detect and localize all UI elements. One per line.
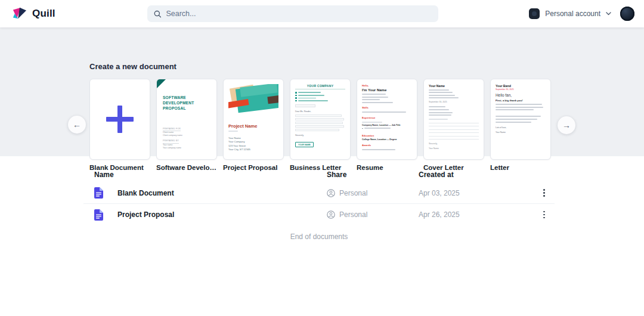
bl-date-placeholder xyxy=(295,104,315,107)
personal-share-icon xyxy=(327,210,335,219)
document-row[interactable]: Blank Document Personal Apr 03, 2025 xyxy=(83,182,555,204)
document-row[interactable]: Project Proposal Personal Apr 26, 2025 xyxy=(83,204,555,225)
created-value: Apr 26, 2025 xyxy=(419,210,537,219)
template-software-development-proposal: SOFTWARE DEVELOPMENT PROPOSAL PREPARED F… xyxy=(156,79,217,171)
template-blank-document: Blank Document xyxy=(89,79,150,171)
lt-date: September 30, 2025 xyxy=(496,88,546,91)
template-cover-letter: Your Name September 30, 2025 Sincerely, … xyxy=(423,79,484,171)
row-menu-button[interactable] xyxy=(540,209,549,221)
document-name: Blank Document xyxy=(117,189,174,197)
templates-title: Create a new document xyxy=(89,62,177,71)
document-icon xyxy=(94,187,103,199)
lt-band: Your Band xyxy=(496,84,546,88)
rs-company-line: Company Name, Location — Job Title xyxy=(362,124,412,126)
row-menu-button[interactable] xyxy=(540,187,549,199)
share-value: Personal xyxy=(339,210,367,219)
search-icon xyxy=(154,10,161,18)
lt-greeting: Hello fan, xyxy=(496,93,546,97)
cl-name: Your Name xyxy=(429,84,479,88)
end-of-documents-text: End of documents xyxy=(83,233,555,241)
brand[interactable]: Quill xyxy=(12,0,55,27)
sdp-prepared-for: PREPARED FOR xyxy=(163,128,181,132)
account-label: Personal account xyxy=(545,10,600,18)
share-value: Personal xyxy=(339,189,367,197)
cl-date: September 30, 2025 xyxy=(429,101,479,104)
column-name: Name xyxy=(94,171,327,179)
pp-date-placeholder xyxy=(228,131,238,132)
template-business-letter: YOUR COMPANY Dear Ms. Reader, Sincerely,… xyxy=(290,79,351,171)
template-label: Business Letter xyxy=(290,164,351,171)
sdp-your-company: Your company name xyxy=(163,147,216,150)
avatar[interactable] xyxy=(620,7,634,21)
template-card-resume[interactable]: Hello, I'm Your Name Skills Experience C… xyxy=(357,79,417,160)
template-card-business-letter[interactable]: YOUR COMPANY Dear Ms. Reader, Sincerely,… xyxy=(290,79,351,160)
pp-city: Your City, ST 12345 xyxy=(228,148,278,151)
collage-artwork xyxy=(228,84,278,115)
sdp-prepared-by: PREPARED BY xyxy=(163,140,179,144)
search-bar[interactable] xyxy=(147,5,438,22)
created-value: Apr 03, 2025 xyxy=(419,189,537,197)
template-label: Project Proposal xyxy=(223,164,284,171)
column-share: Share xyxy=(327,171,419,179)
template-card-blank[interactable] xyxy=(89,79,150,160)
pp-title: Project Name xyxy=(228,123,278,129)
template-card-sdp[interactable]: SOFTWARE DEVELOPMENT PROPOSAL PREPARED F… xyxy=(156,79,217,160)
document-name: Project Proposal xyxy=(117,210,174,219)
plus-icon xyxy=(106,106,134,133)
rs-experience: Experience xyxy=(362,116,412,120)
lt-signature: Your Name xyxy=(496,131,546,134)
brand-name: Quill xyxy=(32,8,55,20)
template-label: Resume xyxy=(357,164,417,171)
sdp-title: SOFTWARE DEVELOPMENT PROPOSAL xyxy=(163,95,200,111)
template-carousel: Blank Document SOFTWARE DEVELOPMENT PROP… xyxy=(89,79,551,171)
cl-closing: Sincerely, xyxy=(429,142,479,145)
carousel-next-button[interactable]: → xyxy=(558,116,575,134)
template-project-proposal: Project Name Your Name Your Company 123 … xyxy=(223,79,284,171)
template-label: Blank Document xyxy=(89,164,150,171)
rs-awards: Awards xyxy=(362,144,412,147)
lt-closing: Lots of love, xyxy=(496,126,546,129)
account-switcher[interactable]: Personal account xyxy=(529,0,634,27)
cl-signature: Your Name xyxy=(429,147,479,150)
rs-college-line: College Name, Location — Degree xyxy=(362,138,412,141)
template-letter: Your Band September 30, 2025 Hello fan, … xyxy=(490,79,551,171)
rs-hello: Hello, xyxy=(362,84,412,88)
template-card-cover-letter[interactable]: Your Name September 30, 2025 Sincerely, … xyxy=(423,79,484,160)
template-card-project-proposal[interactable]: Project Name Your Name Your Company 123 … xyxy=(223,79,284,160)
template-card-letter[interactable]: Your Band September 30, 2025 Hello fan, … xyxy=(490,79,551,160)
column-created: Created at xyxy=(419,171,537,179)
bl-closing: Sincerely, xyxy=(295,134,345,137)
template-label: Software Development Proposal xyxy=(156,164,217,171)
templates-section: Create a new document Blank Document SOF… xyxy=(0,27,644,156)
bl-salutation: Dear Ms. Reader, xyxy=(295,110,345,113)
rs-name: I'm Your Name xyxy=(362,88,412,92)
template-resume: Hello, I'm Your Name Skills Experience C… xyxy=(357,79,417,171)
top-bar: Quill Personal account xyxy=(0,0,644,27)
chevron-down-icon xyxy=(606,12,611,16)
quill-logo-icon xyxy=(12,7,27,21)
personal-share-icon xyxy=(327,189,335,197)
template-label: Letter xyxy=(490,164,551,171)
corner-wedge xyxy=(157,79,166,88)
carousel-prev-button[interactable]: ← xyxy=(68,116,86,134)
lt-opening: First, a big thank you! xyxy=(496,99,546,102)
rs-skills: Skills xyxy=(362,106,412,110)
bl-company: YOUR COMPANY xyxy=(295,84,345,89)
search-input[interactable] xyxy=(166,10,432,18)
bl-signature-pill: YOUR NAME xyxy=(295,142,314,147)
document-icon xyxy=(94,209,103,221)
account-type-icon xyxy=(529,8,540,19)
template-label: Cover Letter xyxy=(423,164,484,171)
sdp-client-company: Client company name xyxy=(163,134,216,137)
